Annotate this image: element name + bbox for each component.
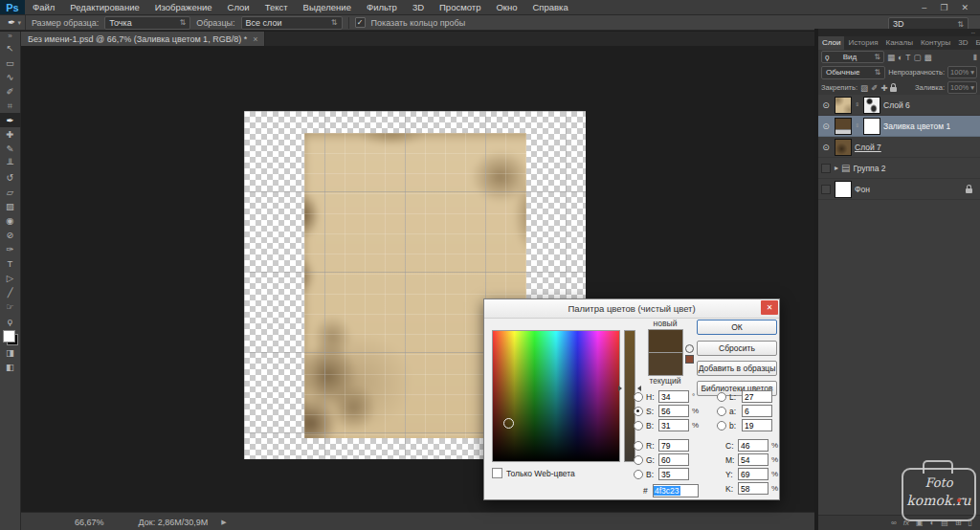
samples-dropdown[interactable]: Все слои ⇅	[241, 16, 343, 30]
red-radio[interactable]	[634, 441, 643, 451]
visibility-toggle-empty[interactable]	[820, 185, 832, 194]
zoom-tool[interactable]: ϙ	[0, 314, 21, 328]
hand-tool[interactable]: ☞	[0, 299, 21, 314]
blue-input[interactable]	[658, 468, 689, 480]
hue-radio[interactable]	[634, 392, 643, 402]
quick-mask-button[interactable]: ◨	[0, 345, 21, 360]
eyedropper-tool[interactable]: ✒	[0, 113, 21, 127]
color-field-marker[interactable]	[503, 418, 514, 429]
close-icon[interactable]: ✕	[961, 3, 969, 12]
toolbar-collapse-icon[interactable]: »	[8, 32, 11, 41]
tab-history[interactable]: История	[844, 36, 881, 50]
brightness-input[interactable]	[658, 419, 689, 431]
menu-view[interactable]: Просмотр	[432, 0, 488, 14]
menu-edit[interactable]: Редактирование	[62, 0, 146, 14]
quick-selection-tool[interactable]: ✐	[0, 84, 21, 99]
layer-row-sloy7[interactable]: ⊙ Слой 7	[818, 137, 980, 158]
foreground-color-swatch[interactable]	[3, 330, 15, 342]
lab-a-radio[interactable]	[717, 407, 726, 416]
fill-layer-thumbnail[interactable]	[835, 118, 852, 135]
cyan-input[interactable]	[738, 439, 768, 452]
move-tool[interactable]: ↖	[0, 41, 21, 55]
blend-mode-dropdown[interactable]: Обычные ⇅	[821, 66, 885, 79]
fill-field[interactable]: 100% ▾	[947, 81, 977, 94]
lock-all-icon[interactable]	[890, 87, 897, 92]
menu-layers[interactable]: Слои	[220, 0, 257, 14]
gradient-tool[interactable]: ▨	[0, 199, 21, 213]
black-input[interactable]	[738, 482, 768, 495]
sample-size-dropdown[interactable]: Точка ⇅	[104, 16, 190, 30]
adjustment-filter-icon[interactable]: ◐	[898, 53, 902, 62]
layer-name[interactable]: Группа 2	[853, 164, 885, 173]
dialog-close-icon[interactable]: ✕	[761, 300, 778, 315]
collapse-panels-icon[interactable]: ⇔	[970, 30, 976, 35]
menu-file[interactable]: Файл	[25, 0, 62, 14]
link-layers-icon[interactable]: ∞	[891, 519, 897, 527]
tab-channels[interactable]: Каналы	[881, 36, 916, 50]
lock-position-icon[interactable]: ✚	[880, 83, 887, 93]
menu-3d[interactable]: 3D	[405, 0, 432, 14]
line-tool[interactable]: ╱	[0, 285, 21, 299]
lab-a-input[interactable]	[742, 405, 772, 417]
tab-paths[interactable]: Контуры	[917, 36, 954, 50]
brush-tool[interactable]: ✎	[0, 142, 21, 156]
layer-row-fill-color-1[interactable]: ⊙ ∞ Заливка цветом 1	[818, 116, 980, 137]
visibility-eye-icon[interactable]: ⊙	[820, 143, 832, 152]
tab-layers[interactable]: Слои	[818, 36, 844, 50]
crop-tool[interactable]: ⌗	[0, 99, 21, 113]
path-select-tool[interactable]: ▷	[0, 271, 21, 285]
layer-mask-thumbnail[interactable]	[863, 97, 880, 114]
saturation-radio[interactable]	[634, 407, 643, 416]
blur-tool[interactable]: ◉	[0, 213, 21, 228]
smart-object-filter-icon[interactable]: ▩	[924, 53, 931, 62]
green-radio[interactable]	[634, 455, 643, 465]
zoom-level-field[interactable]: 66,67%	[75, 518, 104, 527]
shape-filter-icon[interactable]: ▢	[913, 53, 921, 62]
blue-radio[interactable]	[634, 470, 643, 479]
visibility-eye-icon[interactable]: ⊙	[820, 121, 832, 131]
lab-b-radio[interactable]	[717, 421, 726, 431]
filter-type-dropdown[interactable]: ϙ Вид ⇅	[821, 51, 884, 63]
visibility-toggle-empty[interactable]	[820, 164, 832, 173]
menu-select[interactable]: Выделение	[296, 0, 359, 14]
show-sampling-ring-checkbox[interactable]: ✓	[355, 17, 366, 28]
hex-input[interactable]: 4f3c23	[653, 484, 699, 497]
lock-paint-icon[interactable]: ✐	[871, 83, 878, 93]
minimize-icon[interactable]: –	[922, 3, 926, 12]
gamut-warning-icon[interactable]	[685, 344, 694, 353]
ok-button[interactable]: ОК	[697, 320, 777, 335]
healing-brush-tool[interactable]: ✚	[0, 127, 21, 142]
clone-stamp-tool[interactable]: ╨	[0, 156, 21, 170]
layer-name[interactable]: Заливка цветом 1	[883, 121, 950, 131]
pixel-filter-icon[interactable]: ▦	[887, 53, 895, 62]
layer-name[interactable]: Слой 7	[855, 143, 881, 152]
screen-mode-button[interactable]: ◧	[0, 360, 21, 374]
menu-filter[interactable]: Фильтр	[359, 0, 405, 14]
document-tab[interactable]: Без имени-1.psd @ 66,7% (Заливка цветом …	[21, 32, 265, 46]
menu-image[interactable]: Изображение	[147, 0, 220, 14]
add-to-swatches-button[interactable]: Добавить в образцы	[697, 361, 777, 376]
hue-input[interactable]	[658, 390, 689, 403]
dodge-tool[interactable]: ⊘	[0, 228, 21, 242]
layer-name[interactable]: Слой 6	[883, 100, 910, 110]
opacity-field[interactable]: 100% ▾	[947, 66, 977, 78]
eraser-tool[interactable]: ▱	[0, 185, 21, 199]
history-brush-tool[interactable]: ↺	[0, 170, 21, 185]
color-swatches[interactable]	[3, 330, 18, 345]
layer-name[interactable]: Фон	[855, 185, 870, 194]
visibility-eye-icon[interactable]: ⊙	[820, 100, 832, 110]
layer-row-sloy6[interactable]: ⊙ ∞ Слой 6	[818, 95, 980, 116]
lasso-tool[interactable]: ∿	[0, 70, 21, 84]
yellow-input[interactable]	[738, 468, 768, 480]
layer-thumbnail[interactable]	[835, 181, 852, 198]
web-color-cube-icon[interactable]	[685, 355, 694, 364]
pen-tool[interactable]: ✑	[0, 242, 21, 256]
magenta-input[interactable]	[738, 453, 768, 466]
lock-transparency-icon[interactable]: ▨	[860, 83, 868, 93]
type-filter-icon[interactable]: T	[905, 53, 910, 62]
status-menu-arrow-icon[interactable]: ▶	[221, 519, 226, 526]
active-tool-preset[interactable]: ✒ ▾	[4, 15, 26, 30]
tab-libraries[interactable]: Библиотеки	[972, 36, 980, 50]
green-input[interactable]	[658, 453, 689, 466]
web-only-checkbox[interactable]	[492, 468, 502, 478]
